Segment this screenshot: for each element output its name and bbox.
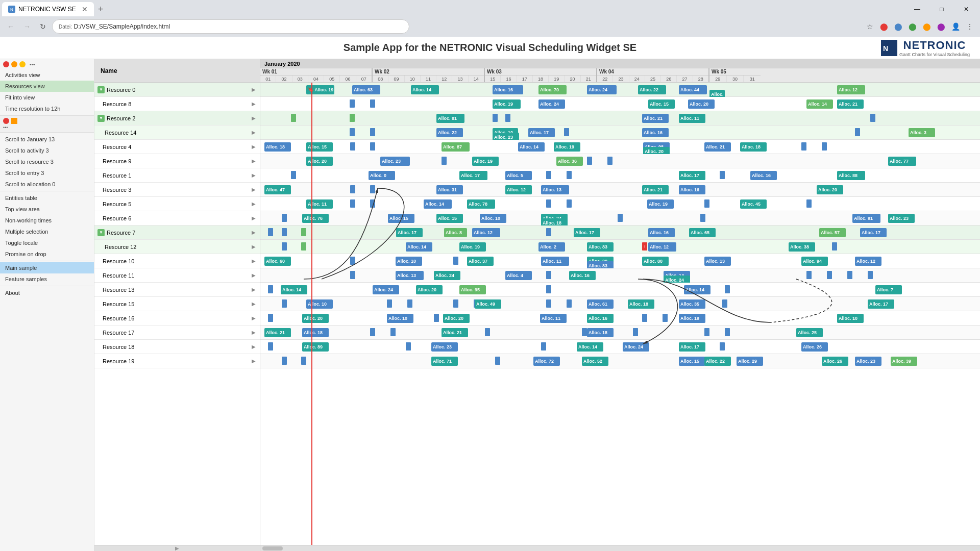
alloc-icon-r6-1[interactable] [282,214,287,222]
close-button[interactable]: ✕ [954,1,978,17]
alloc-bar-r18-6[interactable]: Alloc. 26 [801,342,828,352]
label-resource-3[interactable]: Resource 3 ▶ [94,183,260,197]
alloc-icon-r4-4[interactable] [822,142,827,151]
alloc-bar-r2-2[interactable]: Alloc. 21 [642,114,669,123]
alloc-bar-r8-2[interactable]: Alloc. 24 [538,99,565,109]
gantt-resize-handle[interactable]: ▶ [94,545,260,551]
alloc-bar-r19-6[interactable]: Alloc. 29 [737,357,763,366]
alloc-bar-r1-1[interactable]: Alloc. 0 [369,171,395,180]
alloc-bar-r0-2[interactable]: Alloc. 63 [352,85,380,94]
alloc-bar-r15-5[interactable]: Alloc. 35 [679,299,705,309]
back-button[interactable]: ← [4,20,17,33]
alloc-bar-r5-3[interactable]: Alloc. 78 [467,199,495,209]
alloc-bar-r1-2[interactable]: Alloc. 17 [459,171,487,180]
expand-r13[interactable]: ▶ [252,287,256,292]
alloc-bar-r12-4[interactable]: Alloc. 83 [587,242,614,252]
alloc-icon-r1-3[interactable] [567,171,572,179]
alloc-bar-r4-8[interactable]: Alloc. 21 [704,142,731,152]
alloc-icon-r13-1[interactable] [268,285,273,293]
alloc-icon-r7-2[interactable] [282,228,287,236]
sidebar-item-scroll-allocation0[interactable]: Scroll to allocation 0 [0,179,94,190]
sidebar-item-main-sample[interactable]: Main sample [0,262,94,273]
alloc-icon-r5-6[interactable] [806,199,812,208]
alloc-icon-r11-4[interactable] [827,271,832,279]
sidebar-item-feature-samples[interactable]: Feature samples [0,273,94,285]
label-resource-10[interactable]: Resource 10 ▶ [94,254,260,268]
alloc-bar-r16-5[interactable]: Alloc. 16 [587,314,614,323]
alloc-bar-r4-1[interactable]: Alloc. 18 [264,142,291,152]
alloc-bar-r6-3[interactable]: Alloc. 15 [436,214,463,223]
alloc-icon-r15-2[interactable] [387,299,392,308]
expand-r4[interactable]: ▶ [252,144,256,149]
alloc-bar-r3-7[interactable]: Alloc. 20 [817,185,843,194]
alloc-bar-r17-2[interactable]: Alloc. 18 [302,328,329,337]
alloc-bar-r5-4[interactable]: Alloc. 19 [647,199,674,209]
alloc-bar-r7-1[interactable]: Alloc. 17 [396,228,423,237]
extension-icon4[interactable]: ⬤ [921,20,933,33]
expand-r17[interactable]: ▶ [252,330,256,335]
alloc-bar-r3-5[interactable]: Alloc. 21 [642,185,669,194]
label-resource-8[interactable]: Resource 8 ▶ [94,97,260,111]
alloc-icon-r11-2[interactable] [546,271,551,279]
alloc-icon-r5-5[interactable] [704,199,709,208]
alloc-bar-r9-1[interactable]: Alloc. 20 [306,157,333,166]
alloc-bar-r6-8[interactable]: Alloc. 23 [888,214,915,223]
alloc-bar-r17-1[interactable]: Alloc. 21 [264,328,291,337]
expand-r19[interactable]: ▶ [252,358,256,364]
alloc-icon-r19-1[interactable] [282,357,287,365]
alloc-bar-r18-3[interactable]: Alloc. 14 [577,342,603,352]
alloc-bar-r5-2[interactable]: Alloc. 14 [424,199,452,209]
alloc-bar-r2-1[interactable]: Alloc. 81 [436,114,464,123]
alloc-bar-r15-3[interactable]: Alloc. 61 [587,299,614,309]
expand-r0[interactable]: ▶ [252,87,256,92]
expand-r8[interactable]: ▶ [252,101,256,107]
sidebar-item-scroll-entry3[interactable]: Scroll to entry 3 [0,167,94,179]
alloc-bar-r4-2[interactable]: Alloc. 15 [306,142,333,152]
alloc-bar-r16-7[interactable]: Alloc. 10 [837,314,864,323]
alloc-bar-r11-1[interactable]: Alloc. 13 [396,271,424,280]
alloc-bar-r0-6[interactable]: Alloc. 24 [587,85,617,94]
active-tab[interactable]: N NETRONIC VSW SE ✕ [2,2,94,16]
refresh-button[interactable]: ↻ [37,20,49,33]
alloc-bar-r7-6[interactable]: Alloc. 65 [689,228,716,237]
expand-r16[interactable]: ▶ [252,315,256,321]
alloc-bar-r3-6[interactable]: Alloc. 16 [679,185,705,194]
alloc-bar-r17-5[interactable]: Alloc. 25 [796,328,823,337]
alloc-icon-r3-1[interactable] [350,185,355,193]
alloc-bar-r11-3[interactable]: Alloc. 4 [505,271,532,280]
alloc-bar-r9-5[interactable]: Alloc. 77 [888,157,916,166]
alloc-bar-r16-4[interactable]: Alloc. 11 [540,314,567,323]
alloc-bar-r10-8[interactable]: Alloc. 13 [704,257,731,266]
alloc-icon-r11-6[interactable] [868,271,873,279]
horizontal-scrollbar[interactable] [260,545,980,551]
alloc-icon-r6-3[interactable] [700,214,705,222]
expand-r2[interactable]: ▶ [252,115,256,121]
expand-r12[interactable]: ▶ [252,244,256,249]
alloc-icon-r17-3[interactable] [485,328,490,336]
label-resource-7[interactable]: ▼ Resource 7 ▶ [94,226,260,240]
alloc-bar-r1-3[interactable]: Alloc. 5 [505,171,532,180]
extension-icon3[interactable]: ⬤ [906,20,919,33]
expand-r6[interactable]: ▶ [252,215,256,221]
alloc-icon-r11-1[interactable] [350,271,355,279]
alloc-icon-r2-5[interactable] [870,114,875,122]
alloc-bar-r8-3[interactable]: Alloc. 15 [648,99,675,109]
alloc-bar-r4-5[interactable]: Alloc. 19 [554,142,580,152]
alloc-icon-r9-1[interactable] [442,157,447,165]
alloc-bar-r19-2[interactable]: Alloc. 72 [533,357,560,366]
alloc-icon-r1-1[interactable] [291,171,296,179]
alloc-bar-r13-5[interactable]: Alloc. 14 [684,285,710,294]
alloc-bar-r5-5[interactable]: Alloc. 45 [740,199,767,209]
alloc-bar-r1-6[interactable]: Alloc. 88 [837,171,865,180]
sidebar-item-scroll-resource3[interactable]: Scroll to resource 3 [0,156,94,167]
alloc-icon-r9-3[interactable] [607,157,612,165]
sidebar-item-scroll-activity3[interactable]: Scroll to activity 3 [0,145,94,156]
alloc-bar-r19-5[interactable]: Alloc. 22 [704,357,731,366]
alloc-bar-r7-7[interactable]: Alloc. 57 [819,228,846,237]
alloc-bar-r13-6[interactable]: Alloc. 7 [875,285,902,294]
sidebar-item-resources-view[interactable]: Resources view [0,81,94,92]
alloc-icon-r18-2[interactable] [406,342,411,350]
alloc-icon-r2-1[interactable] [291,114,296,122]
alloc-icon-r7-4[interactable] [546,228,551,236]
alloc-bar-r18-1[interactable]: Alloc. 89 [302,342,329,352]
